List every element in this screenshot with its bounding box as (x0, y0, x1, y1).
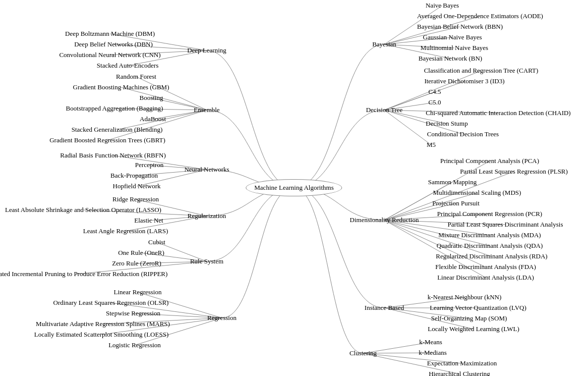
node-label: Classification and Regression Tree (CART… (424, 67, 539, 75)
node-label: Bayesian (372, 40, 396, 48)
node-label: Convolutional Neural Network (CNN) (59, 51, 160, 59)
node-label: Dimensionality Reduction (350, 216, 419, 224)
node-label: Elastic Net (134, 217, 163, 225)
node-label: Boosting (140, 94, 163, 102)
node-label: Bootstrapped Aggregation (Bagging) (66, 104, 163, 113)
node-label: Linear Discriminant Analysis (LDA) (437, 274, 534, 282)
node-label: k-Nearest Neighbour (kNN) (428, 293, 502, 301)
node-label: Clustering (349, 349, 377, 357)
node-label: Hierarchical Clustering (429, 370, 490, 376)
node-label: Ensemble (194, 106, 219, 114)
node-label: Stepwise Regression (106, 309, 160, 317)
node-label: Gradient Boosted Regression Trees (GBRT) (49, 136, 165, 144)
node-label: Multidimensional Scaling (MDS) (433, 189, 521, 197)
node-label: Deep Boltzmann Machine (DBM) (65, 30, 155, 38)
node-label: Least Absolute Shrinkage and Selection O… (5, 206, 161, 214)
node-label: Multivariate Adaptive Regression Splines… (36, 320, 170, 328)
node-label: Neural Networks (184, 166, 229, 174)
node-label: Logistic Regression (108, 341, 161, 349)
node-label: Multinomial Naive Bayes (421, 44, 488, 52)
node-label: Naive Bayes (426, 2, 459, 10)
node-label: Bayesian Belief Network (BBN) (417, 23, 503, 31)
node-label: C5.0 (429, 98, 441, 106)
node-label: Deep Learning (187, 46, 226, 55)
node-label: Radial Basis Function Network (RBFN) (60, 151, 165, 159)
svg-line-10 (107, 110, 207, 140)
node-label: Locally Estimated Scatterplot Smoothing … (34, 331, 168, 339)
node-label: Linear Regression (114, 288, 162, 296)
node-label: Learning Vector Quantization (LVQ) (430, 304, 526, 312)
node-label: Decision Tree (366, 106, 403, 114)
node-label: Ordinary Least Squares Regression (OLSR) (53, 299, 169, 307)
node-label: Bayesian Network (BN) (419, 55, 482, 63)
mindmap-container: Machine Learning AlgorithmsDeep Learning… (0, 0, 588, 376)
node-label: Conditional Decision Trees (427, 130, 499, 138)
node-label: Flexible Discriminant Analysis (FDA) (435, 263, 536, 271)
node-label: Stacked Auto-Encoders (97, 62, 158, 70)
node-label: Partial Least Squares Discriminant Analy… (448, 221, 563, 229)
node-label: C4.5 (429, 88, 441, 96)
node-label: Expectation Maximization (427, 359, 497, 367)
node-label: Deep Belief Networks (DBN) (74, 40, 153, 48)
node-label: Gradient Boosting Machines (GBM) (73, 83, 169, 91)
center-node: Machine Learning Algorithms (246, 179, 342, 196)
node-label: Random Forest (116, 73, 156, 81)
node-label: k-Means (419, 338, 442, 346)
node-label: Regularization (188, 212, 226, 220)
node-label: Zero Rule (ZeroR) (112, 259, 161, 267)
node-label: AdaBoost (140, 115, 166, 123)
node-label: Regularized Discriminant Analysis (RDA) (436, 252, 547, 260)
node-label: Partial Least Squares Regression (PLSR) (460, 168, 568, 176)
node-label: Locally Weighted Learning (LWL) (428, 325, 519, 333)
node-label: Cubist (148, 238, 165, 246)
node-label: Perceptron (135, 161, 163, 169)
node-label: Quadratic Discriminant Analysis (QDA) (437, 242, 543, 250)
node-label: Least Angle Regression (LARS) (83, 227, 168, 235)
node-label: Ridge Regression (112, 195, 159, 203)
node-label: Principal Component Analysis (PCA) (440, 157, 539, 165)
node-label: Rule System (190, 257, 223, 265)
node-label: Gaussian Naive Bayes (423, 33, 482, 41)
node-label: Back-Propagation (110, 172, 158, 180)
node-label: Instance Based (365, 304, 404, 312)
node-label: Mixture Discriminant Analysis (MDA) (438, 231, 541, 239)
node-label: Projection Pursuit (432, 199, 480, 207)
node-label: Sammon Mapping (428, 178, 477, 186)
node-label: Hopfield Network (113, 182, 161, 190)
node-label: One Rule (OneR) (118, 249, 164, 257)
node-label: Decision Stump (426, 120, 467, 128)
node-label: Stacked Generalization (Blending) (72, 126, 163, 134)
node-label: Self-Organizing Map (SOM) (431, 314, 507, 323)
node-label: Principal Component Regression (PCR) (437, 210, 542, 218)
node-label: Averaged One-Dependence Estimators (AODE… (417, 12, 543, 20)
node-label: Chi-squared Automatic Interaction Detect… (426, 109, 570, 117)
node-label: M5 (427, 141, 436, 149)
node-label: Regression (207, 314, 237, 322)
node-label: Iterative Dichotomiser 3 (ID3) (424, 77, 504, 85)
node-label: k-Medians (419, 349, 447, 357)
node-label: Repeated Incremental Pruning to Produce … (0, 270, 167, 278)
